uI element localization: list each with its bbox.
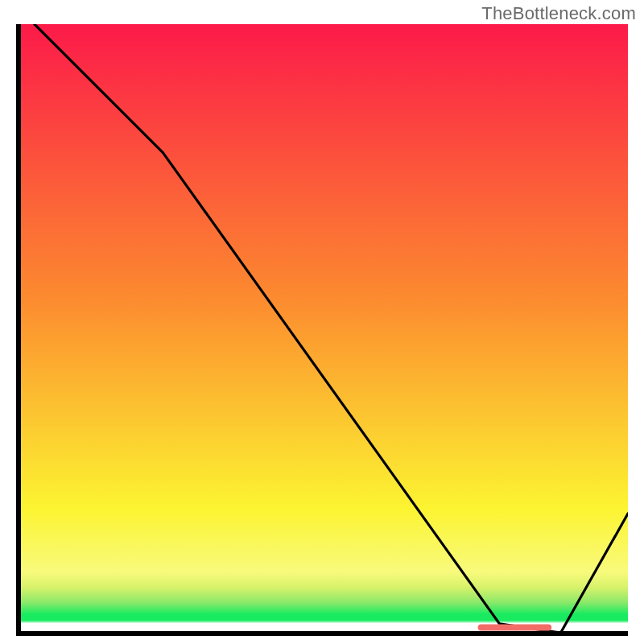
attribution-text: TheBottleneck.com	[481, 3, 636, 24]
bottleneck-chart	[16, 24, 628, 636]
plot-background	[19, 24, 628, 630]
